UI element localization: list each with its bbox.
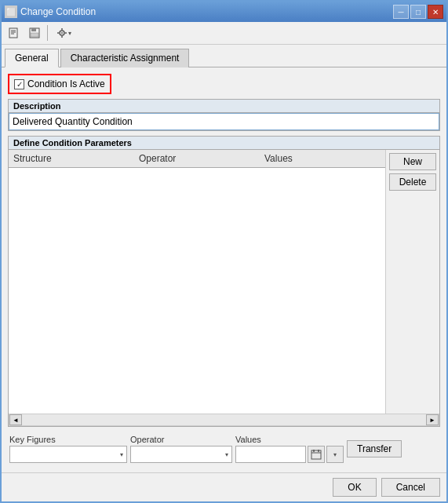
toolbar-save-button[interactable] [25,24,44,42]
toolbar-separator [47,25,48,41]
key-figures-label: Key Figures [9,435,127,444]
content-area: ✓ Condition Is Active Description Define… [2,67,446,472]
define-params-section: Define Condition Parameters Structure Op… [8,136,440,427]
toolbar-edit-button[interactable] [5,24,24,42]
svg-rect-6 [31,33,38,37]
ok-button[interactable]: OK [333,478,376,497]
table-area: Structure Operator Values New Delete [9,150,439,414]
close-button[interactable]: ✕ [428,5,443,19]
svg-rect-13 [311,450,321,459]
side-buttons: New Delete [386,150,439,414]
col-structure: Structure [9,151,134,166]
transfer-button[interactable]: Transfer [347,440,402,457]
table-header: Structure Operator Values [9,150,385,168]
toolbar: ▾ [2,22,446,45]
settings-icon [56,27,67,38]
svg-rect-5 [31,28,36,31]
toolbar-dropdown-button[interactable]: ▾ [51,24,76,42]
scroll-right-button[interactable]: ► [426,414,439,425]
table-container: Structure Operator Values [9,150,386,414]
title-controls: ─ □ ✕ [393,5,443,19]
app-icon: ⬜ [5,5,17,18]
new-button[interactable]: New [389,153,436,170]
operator-select[interactable]: ▾ [130,446,232,463]
operator-label: Operator [130,435,232,444]
main-window: ⬜ Change Condition ─ □ ✕ [0,0,448,503]
horizontal-scrollbar[interactable]: ◄ ► [9,414,439,426]
values-input[interactable] [235,446,306,463]
edit-icon [9,27,20,38]
title-bar: ⬜ Change Condition ─ □ ✕ [2,2,446,22]
key-figures-group: Key Figures ▾ [9,435,127,463]
transfer-wrapper: Transfer [347,440,402,457]
scroll-left-button[interactable]: ◄ [9,414,22,425]
title-bar-left: ⬜ Change Condition [5,5,96,18]
calendar-button[interactable] [308,446,325,463]
condition-active-checkbox[interactable]: ✓ [14,79,24,89]
tab-characteristic-assignment[interactable]: Characteristic Assignment [60,49,190,67]
description-section-label: Description [9,100,439,113]
calendar-icon [311,449,322,460]
define-params-label: Define Condition Parameters [9,137,439,150]
minimize-button[interactable]: ─ [393,5,409,19]
dropdown-arrow-icon: ▾ [68,30,71,37]
tabs-area: General Characteristic Assignment [2,45,446,67]
cancel-button[interactable]: Cancel [381,478,440,497]
calendar-dropdown-icon: ▾ [333,451,337,458]
scroll-track[interactable] [22,414,426,425]
key-figures-dropdown-icon: ▾ [120,451,123,458]
values-label: Values [235,435,344,444]
key-figures-select[interactable]: ▾ [9,446,127,463]
bottom-fields-row: Key Figures ▾ Operator ▾ Values [8,432,440,466]
maximize-button[interactable]: □ [410,5,426,19]
condition-active-label: Condition Is Active [27,78,105,89]
col-operator: Operator [134,151,260,166]
window-title: Change Condition [20,6,96,17]
col-values: Values [260,151,385,166]
operator-group: Operator ▾ [130,435,232,463]
description-input[interactable] [9,113,439,130]
save-icon [29,27,40,38]
operator-dropdown-icon: ▾ [225,451,228,458]
delete-button[interactable]: Delete [389,173,436,191]
footer-area: OK Cancel [2,472,446,501]
tab-general[interactable]: General [5,49,59,67]
svg-rect-0 [9,28,17,38]
svg-point-8 [61,32,63,34]
table-body [9,168,385,414]
condition-active-row: ✓ Condition Is Active [8,74,111,94]
values-group: Values ▾ [235,435,344,463]
description-section: Description [8,99,440,131]
calendar-dropdown-button[interactable]: ▾ [326,446,344,463]
